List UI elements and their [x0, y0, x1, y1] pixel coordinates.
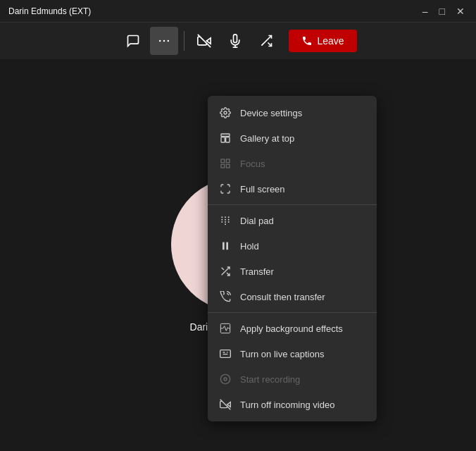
more-icon — [157, 34, 171, 48]
toolbar: Leave — [0, 23, 476, 59]
svg-point-32 — [224, 378, 227, 381]
svg-point-1 — [163, 40, 165, 42]
hold-icon — [219, 240, 232, 252]
svg-rect-15 — [226, 164, 230, 168]
svg-marker-3 — [207, 38, 211, 44]
svg-rect-11 — [221, 137, 225, 142]
svg-point-2 — [168, 40, 170, 42]
turn-on-live-captions-label: Turn on live captions — [240, 349, 324, 359]
menu-item-turn-on-live-captions[interactable]: Turn on live captions — [208, 341, 377, 366]
captions-icon — [219, 347, 232, 360]
share-button[interactable] — [252, 27, 280, 55]
mic-icon — [228, 34, 242, 48]
turn-off-incoming-video-label: Turn off incoming video — [240, 400, 334, 410]
menu-item-focus: Focus — [208, 151, 377, 176]
close-button[interactable]: ✕ — [453, 6, 468, 17]
svg-point-18 — [225, 216, 226, 218]
menu-item-device-settings[interactable]: Device settings — [208, 100, 377, 125]
share-icon — [259, 34, 273, 48]
menu-separator-1 — [208, 204, 377, 205]
svg-point-9 — [224, 111, 227, 114]
svg-point-21 — [225, 219, 226, 221]
video-off-icon — [197, 34, 211, 48]
transfer-icon — [219, 265, 232, 278]
background-effects-icon — [219, 322, 232, 335]
svg-rect-16 — [221, 164, 225, 168]
dial-pad-label: Dial pad — [240, 216, 274, 226]
chat-button[interactable] — [119, 27, 147, 55]
fullscreen-icon — [219, 183, 232, 195]
svg-point-23 — [221, 221, 223, 223]
recording-icon — [219, 373, 232, 385]
menu-item-hold[interactable]: Hold — [208, 233, 377, 259]
consult-then-transfer-label: Consult then transfer — [240, 292, 325, 302]
phone-icon — [301, 35, 313, 47]
svg-point-24 — [225, 221, 226, 223]
menu-item-consult-then-transfer[interactable]: Consult then transfer — [208, 284, 377, 309]
chat-icon — [126, 34, 140, 48]
focus-icon — [219, 157, 232, 170]
main-content: DE Darin Edmunds (EXT) Device settings — [0, 59, 476, 451]
svg-point-26 — [225, 223, 226, 225]
mic-button[interactable] — [221, 27, 249, 55]
transfer-label: Transfer — [240, 266, 274, 277]
svg-point-17 — [221, 216, 223, 218]
svg-rect-10 — [221, 134, 230, 136]
gallery-icon — [219, 132, 232, 144]
svg-rect-12 — [226, 137, 230, 142]
window-controls: – □ ✕ — [420, 6, 468, 17]
toolbar-divider — [184, 31, 184, 51]
svg-rect-14 — [226, 159, 230, 163]
leave-label: Leave — [317, 35, 344, 47]
svg-point-0 — [159, 40, 161, 42]
focus-label: Focus — [240, 159, 265, 169]
menu-item-dial-pad[interactable]: Dial pad — [208, 208, 377, 233]
full-screen-label: Full screen — [240, 184, 285, 194]
more-button[interactable] — [150, 27, 178, 55]
window-title: Darin Edmunds (EXT) — [8, 6, 91, 16]
menu-item-transfer[interactable]: Transfer — [208, 259, 377, 284]
start-recording-label: Start recording — [240, 374, 300, 385]
video-off-incoming-icon — [219, 398, 232, 411]
minimize-button[interactable]: – — [420, 6, 431, 17]
title-bar: Darin Edmunds (EXT) – □ ✕ — [0, 0, 476, 23]
svg-rect-28 — [226, 242, 228, 250]
svg-point-19 — [228, 216, 230, 218]
maximize-button[interactable]: □ — [437, 6, 448, 17]
svg-point-25 — [228, 221, 230, 223]
dialpad-icon — [219, 214, 232, 227]
menu-item-start-recording: Start recording — [208, 366, 377, 392]
video-button[interactable] — [190, 27, 218, 55]
menu-item-turn-off-incoming-video[interactable]: Turn off incoming video — [208, 392, 377, 417]
svg-point-31 — [220, 374, 230, 383]
menu-separator-2 — [208, 312, 377, 313]
svg-point-20 — [221, 219, 223, 221]
hold-label: Hold — [240, 241, 259, 252]
dropdown-menu: Device settings Gallery at top — [208, 96, 377, 421]
menu-item-full-screen[interactable]: Full screen — [208, 176, 377, 202]
leave-button[interactable]: Leave — [289, 30, 356, 52]
consult-transfer-icon — [219, 290, 232, 303]
apply-background-effects-label: Apply background effects — [240, 323, 343, 334]
svg-rect-13 — [221, 159, 225, 163]
svg-point-22 — [228, 219, 230, 221]
svg-rect-27 — [223, 242, 225, 250]
device-settings-label: Device settings — [240, 108, 302, 118]
svg-marker-33 — [227, 402, 231, 407]
gear-icon — [219, 106, 232, 119]
menu-item-gallery-at-top[interactable]: Gallery at top — [208, 125, 377, 151]
menu-item-apply-background-effects[interactable]: Apply background effects — [208, 316, 377, 341]
gallery-at-top-label: Gallery at top — [240, 133, 294, 144]
